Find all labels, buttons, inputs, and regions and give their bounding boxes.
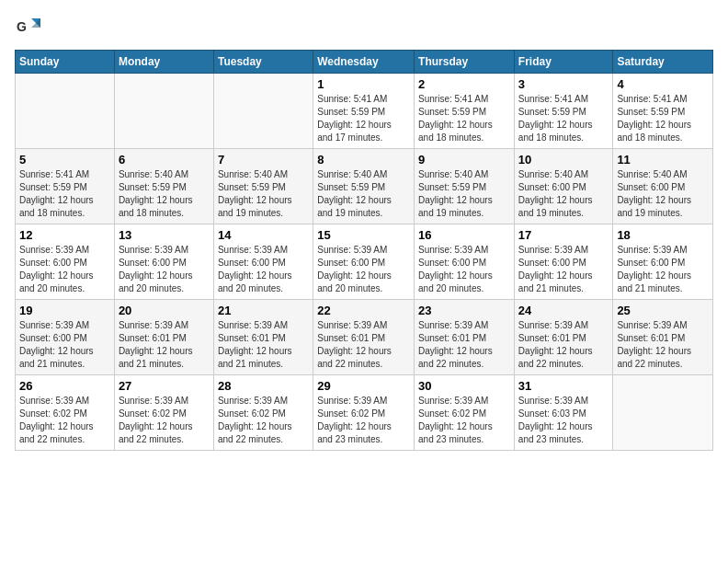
weekday-header-monday: Monday: [114, 51, 213, 74]
weekday-header-tuesday: Tuesday: [213, 51, 313, 74]
calendar-cell: [16, 74, 115, 149]
day-number: 5: [19, 153, 110, 167]
calendar-cell: 26Sunrise: 5:39 AM Sunset: 6:02 PM Dayli…: [16, 375, 115, 451]
calendar-week-3: 12Sunrise: 5:39 AM Sunset: 6:00 PM Dayli…: [16, 224, 713, 300]
calendar-cell: 17Sunrise: 5:39 AM Sunset: 6:00 PM Dayli…: [514, 224, 613, 300]
day-number: 6: [119, 153, 210, 167]
day-number: 16: [418, 228, 510, 242]
svg-text:G: G: [17, 19, 27, 34]
day-number: 27: [119, 379, 210, 393]
day-number: 29: [317, 379, 410, 393]
day-info: Sunrise: 5:41 AM Sunset: 5:59 PM Dayligh…: [317, 93, 410, 144]
calendar-cell: 24Sunrise: 5:39 AM Sunset: 6:01 PM Dayli…: [514, 300, 613, 375]
day-number: 11: [617, 153, 709, 167]
calendar-cell: 12Sunrise: 5:39 AM Sunset: 6:00 PM Dayli…: [16, 224, 115, 300]
day-info: Sunrise: 5:39 AM Sunset: 6:01 PM Dayligh…: [617, 319, 709, 371]
calendar-cell: 29Sunrise: 5:39 AM Sunset: 6:02 PM Dayli…: [313, 375, 415, 451]
calendar-cell: [613, 375, 713, 451]
day-info: Sunrise: 5:41 AM Sunset: 5:59 PM Dayligh…: [418, 93, 510, 144]
day-number: 9: [418, 153, 510, 167]
day-info: Sunrise: 5:39 AM Sunset: 6:00 PM Dayligh…: [218, 244, 309, 295]
calendar-cell: 23Sunrise: 5:39 AM Sunset: 6:01 PM Dayli…: [415, 300, 515, 375]
day-info: Sunrise: 5:40 AM Sunset: 5:59 PM Dayligh…: [317, 168, 410, 220]
day-info: Sunrise: 5:39 AM Sunset: 6:00 PM Dayligh…: [617, 244, 709, 295]
logo: G: [15, 15, 44, 40]
day-info: Sunrise: 5:39 AM Sunset: 6:00 PM Dayligh…: [19, 244, 110, 295]
day-number: 2: [418, 77, 510, 91]
day-info: Sunrise: 5:39 AM Sunset: 6:03 PM Dayligh…: [518, 395, 609, 446]
calendar-cell: 27Sunrise: 5:39 AM Sunset: 6:02 PM Dayli…: [114, 375, 213, 451]
day-info: Sunrise: 5:40 AM Sunset: 5:59 PM Dayligh…: [119, 168, 210, 220]
day-info: Sunrise: 5:39 AM Sunset: 6:01 PM Dayligh…: [317, 319, 410, 371]
day-number: 28: [218, 379, 309, 393]
weekday-header-friday: Friday: [514, 51, 613, 74]
calendar-cell: 22Sunrise: 5:39 AM Sunset: 6:01 PM Dayli…: [313, 300, 415, 375]
day-number: 13: [119, 228, 210, 242]
day-number: 31: [518, 379, 609, 393]
day-info: Sunrise: 5:41 AM Sunset: 5:59 PM Dayligh…: [19, 168, 110, 220]
day-info: Sunrise: 5:40 AM Sunset: 6:00 PM Dayligh…: [617, 168, 709, 220]
day-info: Sunrise: 5:39 AM Sunset: 6:02 PM Dayligh…: [418, 395, 510, 446]
day-number: 17: [518, 228, 609, 242]
day-number: 21: [218, 304, 309, 317]
calendar-table: SundayMondayTuesdayWednesdayThursdayFrid…: [15, 50, 713, 451]
calendar-cell: 5Sunrise: 5:41 AM Sunset: 5:59 PM Daylig…: [16, 149, 115, 224]
calendar-cell: [213, 74, 313, 149]
day-number: 10: [518, 153, 609, 167]
day-number: 18: [617, 228, 709, 242]
calendar-cell: 14Sunrise: 5:39 AM Sunset: 6:00 PM Dayli…: [213, 224, 313, 300]
calendar-cell: 11Sunrise: 5:40 AM Sunset: 6:00 PM Dayli…: [613, 149, 713, 224]
day-number: 23: [418, 304, 510, 317]
calendar-cell: 1Sunrise: 5:41 AM Sunset: 5:59 PM Daylig…: [313, 74, 415, 149]
day-info: Sunrise: 5:39 AM Sunset: 6:02 PM Dayligh…: [119, 395, 210, 446]
day-info: Sunrise: 5:39 AM Sunset: 6:01 PM Dayligh…: [218, 319, 309, 371]
day-number: 7: [218, 153, 309, 167]
calendar-cell: 15Sunrise: 5:39 AM Sunset: 6:00 PM Dayli…: [313, 224, 415, 300]
day-number: 26: [19, 379, 110, 393]
calendar-cell: 2Sunrise: 5:41 AM Sunset: 5:59 PM Daylig…: [415, 74, 515, 149]
day-info: Sunrise: 5:39 AM Sunset: 6:01 PM Dayligh…: [119, 319, 210, 371]
calendar-cell: [114, 74, 213, 149]
day-info: Sunrise: 5:39 AM Sunset: 6:01 PM Dayligh…: [518, 319, 609, 371]
calendar-cell: 8Sunrise: 5:40 AM Sunset: 5:59 PM Daylig…: [313, 149, 415, 224]
day-info: Sunrise: 5:40 AM Sunset: 6:00 PM Dayligh…: [518, 168, 609, 220]
calendar-cell: 13Sunrise: 5:39 AM Sunset: 6:00 PM Dayli…: [114, 224, 213, 300]
logo-icon: G: [15, 15, 40, 40]
calendar-week-5: 26Sunrise: 5:39 AM Sunset: 6:02 PM Dayli…: [16, 375, 713, 451]
day-info: Sunrise: 5:40 AM Sunset: 5:59 PM Dayligh…: [418, 168, 510, 220]
day-info: Sunrise: 5:39 AM Sunset: 6:00 PM Dayligh…: [518, 244, 609, 295]
day-info: Sunrise: 5:41 AM Sunset: 5:59 PM Dayligh…: [617, 93, 709, 144]
day-info: Sunrise: 5:39 AM Sunset: 6:02 PM Dayligh…: [317, 395, 410, 446]
day-number: 14: [218, 228, 309, 242]
calendar-cell: 16Sunrise: 5:39 AM Sunset: 6:00 PM Dayli…: [415, 224, 515, 300]
calendar-week-4: 19Sunrise: 5:39 AM Sunset: 6:00 PM Dayli…: [16, 300, 713, 375]
day-number: 15: [317, 228, 410, 242]
calendar-cell: 4Sunrise: 5:41 AM Sunset: 5:59 PM Daylig…: [613, 74, 713, 149]
calendar-cell: 30Sunrise: 5:39 AM Sunset: 6:02 PM Dayli…: [415, 375, 515, 451]
weekday-header-thursday: Thursday: [415, 51, 515, 74]
day-number: 8: [317, 153, 410, 167]
day-number: 1: [317, 77, 410, 91]
weekday-header-wednesday: Wednesday: [313, 51, 415, 74]
calendar-cell: 28Sunrise: 5:39 AM Sunset: 6:02 PM Dayli…: [213, 375, 313, 451]
day-info: Sunrise: 5:39 AM Sunset: 6:00 PM Dayligh…: [119, 244, 210, 295]
day-number: 22: [317, 304, 410, 317]
day-number: 25: [617, 304, 709, 317]
day-number: 4: [617, 77, 709, 91]
calendar-cell: 25Sunrise: 5:39 AM Sunset: 6:01 PM Dayli…: [613, 300, 713, 375]
day-number: 30: [418, 379, 510, 393]
calendar-cell: 19Sunrise: 5:39 AM Sunset: 6:00 PM Dayli…: [16, 300, 115, 375]
page-header: G: [15, 15, 713, 40]
day-info: Sunrise: 5:39 AM Sunset: 6:02 PM Dayligh…: [218, 395, 309, 446]
calendar-week-1: 1Sunrise: 5:41 AM Sunset: 5:59 PM Daylig…: [16, 74, 713, 149]
weekday-header-row: SundayMondayTuesdayWednesdayThursdayFrid…: [16, 51, 713, 74]
weekday-header-saturday: Saturday: [613, 51, 713, 74]
calendar-cell: 9Sunrise: 5:40 AM Sunset: 5:59 PM Daylig…: [415, 149, 515, 224]
day-info: Sunrise: 5:40 AM Sunset: 5:59 PM Dayligh…: [218, 168, 309, 220]
calendar-cell: 3Sunrise: 5:41 AM Sunset: 5:59 PM Daylig…: [514, 74, 613, 149]
calendar-cell: 20Sunrise: 5:39 AM Sunset: 6:01 PM Dayli…: [114, 300, 213, 375]
day-number: 12: [19, 228, 110, 242]
day-info: Sunrise: 5:39 AM Sunset: 6:00 PM Dayligh…: [19, 319, 110, 371]
calendar-cell: 21Sunrise: 5:39 AM Sunset: 6:01 PM Dayli…: [213, 300, 313, 375]
calendar-week-2: 5Sunrise: 5:41 AM Sunset: 5:59 PM Daylig…: [16, 149, 713, 224]
